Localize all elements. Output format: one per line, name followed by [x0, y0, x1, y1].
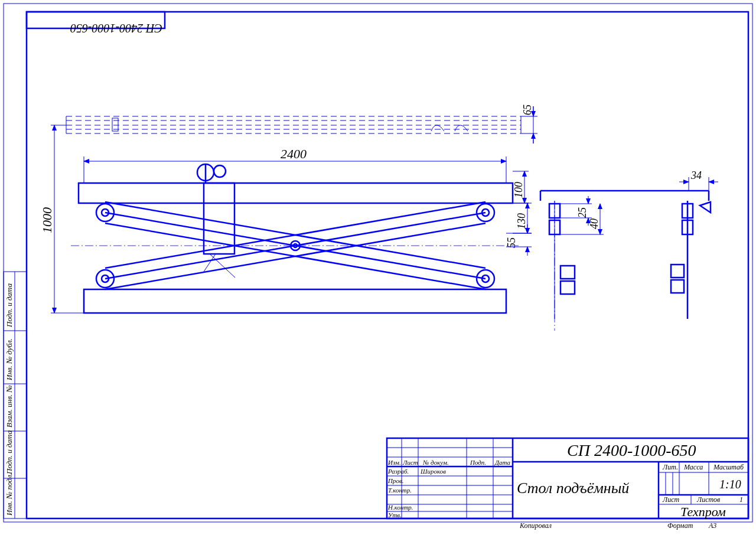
svg-text:Н.контр.: Н.контр. — [387, 504, 413, 511]
top-view — [66, 116, 521, 133]
svg-text:1: 1 — [739, 495, 743, 504]
svg-text:Инв. № подл.: Инв. № подл. — [5, 473, 14, 516]
svg-text:2400: 2400 — [281, 146, 307, 161]
svg-text:34: 34 — [690, 169, 702, 181]
svg-text:Подп. и дата: Подп. и дата — [5, 430, 14, 475]
dim-2400: 2400 — [84, 146, 506, 183]
dim-65: 65 — [521, 105, 537, 143]
svg-text:Пров.: Пров. — [387, 477, 403, 484]
engineering-drawing: СП 2400-1000-650 65 1000 2400 — [0, 0, 756, 535]
svg-text:Дата: Дата — [494, 459, 511, 466]
code-top-left: СП 2400-1000-650 — [27, 12, 165, 35]
svg-text:55: 55 — [506, 237, 517, 248]
title-block: СП 2400-1000-650 Стол подъёмный Лит. Мас… — [387, 438, 748, 519]
svg-rect-69 — [561, 266, 575, 279]
svg-rect-24 — [79, 183, 513, 203]
svg-text:Широков: Широков — [420, 468, 446, 475]
kopiroval-label: Копировал — [519, 521, 552, 530]
format-label: Формат — [667, 521, 693, 530]
dim-130: 130 — [513, 203, 532, 233]
svg-line-49 — [204, 254, 216, 272]
svg-text:Подп.: Подп. — [470, 459, 486, 466]
main-view — [71, 164, 520, 313]
side-label-strip: Инв. № подл. Подп. и дата Взам. инв. № И… — [4, 272, 27, 518]
svg-text:130: 130 — [516, 213, 527, 229]
svg-text:Инв. № дубл.: Инв. № дубл. — [5, 338, 14, 381]
svg-text:Масса: Масса — [683, 463, 703, 471]
svg-rect-75 — [671, 265, 684, 278]
svg-text:Утв.: Утв. — [388, 511, 402, 518]
svg-text:Подп. и дата: Подп. и дата — [5, 283, 14, 328]
svg-text:Лист: Лист — [662, 495, 679, 504]
svg-text:25: 25 — [576, 207, 588, 218]
svg-text:40: 40 — [588, 218, 600, 229]
svg-text:65: 65 — [522, 105, 533, 115]
svg-text:Т.контр.: Т.контр. — [388, 487, 412, 494]
svg-text:Лит.: Лит. — [662, 463, 678, 471]
svg-text:Масштаб: Масштаб — [713, 463, 744, 471]
svg-text:Разраб.: Разраб. — [387, 468, 409, 475]
svg-text:Лист: Лист — [402, 459, 418, 466]
svg-text:Взам. инв. №: Взам. инв. № — [5, 385, 14, 428]
code-text: СП 2400-1000-650 — [567, 441, 696, 459]
svg-rect-70 — [561, 281, 575, 294]
svg-text:1:10: 1:10 — [719, 478, 741, 491]
svg-text:Листов: Листов — [696, 495, 720, 504]
drawing-title: Стол подъёмный — [517, 479, 629, 497]
svg-text:Изм.: Изм. — [387, 459, 401, 466]
dim-100: 100 — [513, 171, 529, 203]
format-value: А3 — [708, 521, 716, 530]
svg-text:1000: 1000 — [40, 207, 54, 233]
svg-point-47 — [214, 165, 226, 177]
code-rot-text: СП 2400-1000-650 — [70, 22, 162, 35]
dim-1000: 1000 — [40, 125, 84, 313]
svg-text:100: 100 — [513, 182, 524, 198]
svg-rect-23 — [84, 289, 506, 313]
svg-text:№ докум.: № докум. — [422, 459, 449, 466]
right-detail-view: 25 40 34 — [540, 169, 718, 331]
svg-rect-76 — [671, 280, 684, 293]
company: Техпром — [680, 504, 726, 519]
